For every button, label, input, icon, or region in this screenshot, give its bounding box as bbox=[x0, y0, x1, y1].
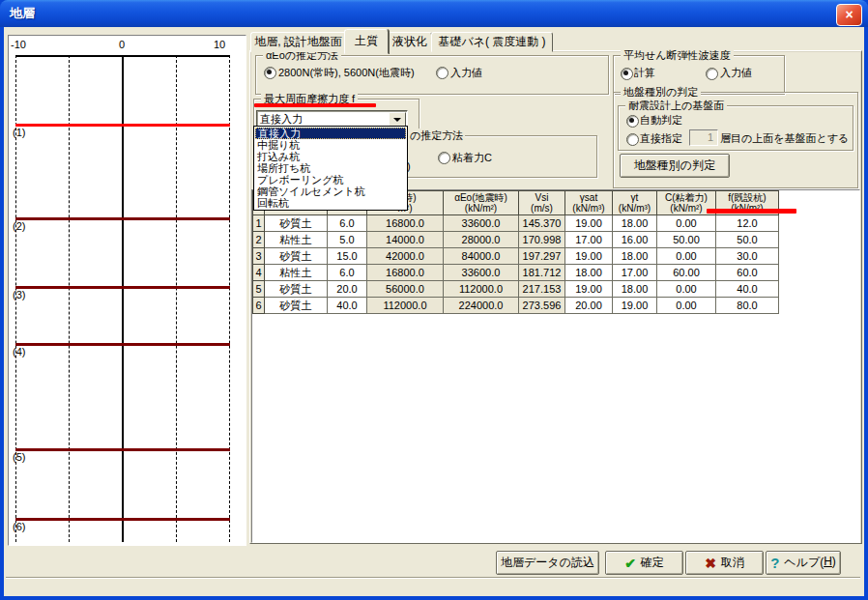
cohesion-radio-label[interactable]: 粘着力C bbox=[452, 151, 492, 165]
alpha-eo-radio-2800n-label[interactable]: 2800N(常時), 5600N(地震時) bbox=[278, 66, 415, 80]
direct-specify-radio[interactable] bbox=[626, 133, 639, 146]
table-cell[interactable]: 197.297 bbox=[519, 248, 565, 265]
close-button[interactable]: × bbox=[836, 4, 862, 26]
tab-liquefaction[interactable]: 液状化 bbox=[388, 32, 432, 52]
table-cell[interactable]: 18.00 bbox=[613, 281, 657, 298]
tab-foundation-spring[interactable]: 基礎バネ( 震度連動 ) bbox=[431, 32, 553, 52]
table-cell[interactable]: 14000.0 bbox=[367, 232, 444, 248]
table-cell[interactable]: 50.00 bbox=[657, 232, 716, 248]
alpha-eo-radio-input-label[interactable]: 入力値 bbox=[450, 66, 482, 80]
table-cell[interactable]: 20.00 bbox=[565, 298, 613, 314]
table-cell[interactable]: 50.0 bbox=[716, 232, 779, 248]
table-cell[interactable]: 30.0 bbox=[716, 248, 779, 265]
table-cell[interactable]: 20.0 bbox=[328, 281, 367, 298]
axis-tick-zero: 0 bbox=[119, 39, 125, 50]
table-cell[interactable]: 砂質土 bbox=[265, 248, 328, 265]
dropdown-option[interactable]: 場所打ち杭 bbox=[255, 162, 406, 174]
help-button[interactable]: ? ヘルプ(H) bbox=[766, 551, 841, 575]
table-cell[interactable]: 40.0 bbox=[328, 298, 367, 314]
auto-judge-radio-label[interactable]: 自動判定 bbox=[640, 113, 682, 128]
table-cell[interactable]: 12.0 bbox=[716, 215, 779, 232]
table-cell[interactable]: 0.00 bbox=[657, 298, 716, 314]
dropdown-option[interactable]: 直接入力 bbox=[255, 128, 406, 139]
auto-judge-radio[interactable] bbox=[626, 115, 639, 128]
alpha-eo-radio-2800n[interactable] bbox=[264, 67, 276, 79]
table-cell[interactable]: 112000.0 bbox=[367, 298, 444, 314]
shear-wave-radio-input-label[interactable]: 入力値 bbox=[720, 66, 752, 80]
table-cell[interactable]: 170.998 bbox=[519, 232, 565, 248]
table-cell[interactable]: 砂質土 bbox=[265, 298, 328, 314]
table-cell[interactable]: 60.00 bbox=[657, 265, 716, 281]
table-cell[interactable]: 6.0 bbox=[328, 265, 367, 281]
table-cell[interactable]: 19.00 bbox=[565, 215, 613, 232]
friction-dropdown-list[interactable]: 直接入力 中掘り杭 打込み杭 場所打ち杭 プレボーリング杭 鋼管ソイルセメント杭… bbox=[253, 126, 408, 211]
dropdown-option[interactable]: 回転杭 bbox=[255, 197, 406, 209]
table-cell[interactable]: 砂質土 bbox=[265, 281, 328, 298]
table-cell[interactable]: 0.00 bbox=[657, 248, 716, 265]
table-cell[interactable]: 33600.0 bbox=[444, 215, 519, 232]
ok-button[interactable]: ✔ 確定 bbox=[605, 551, 683, 575]
direct-specify-radio-label[interactable]: 直接指定 bbox=[640, 131, 682, 146]
table-cell[interactable]: 17.00 bbox=[565, 232, 613, 248]
layer-label-1: (1) bbox=[13, 127, 25, 138]
shear-wave-radio-input[interactable] bbox=[706, 68, 718, 80]
table-cell[interactable]: 112000.0 bbox=[444, 281, 519, 298]
table-cell[interactable]: 217.153 bbox=[519, 281, 565, 298]
ground-type-judge-button[interactable]: 地盤種別の判定 bbox=[620, 154, 730, 178]
table-cell[interactable]: 80.0 bbox=[716, 298, 779, 314]
table-cell[interactable]: 粘性土 bbox=[265, 232, 328, 248]
table-cell[interactable]: 15.0 bbox=[328, 248, 367, 265]
table-cell[interactable]: 6.0 bbox=[328, 215, 367, 232]
grid-line-plus5 bbox=[176, 55, 177, 542]
dropdown-option[interactable]: 中掘り杭 bbox=[255, 139, 406, 151]
table-cell[interactable]: 19.00 bbox=[613, 298, 657, 314]
row-number-cell: 2 bbox=[253, 232, 265, 248]
dropdown-option[interactable]: 鋼管ソイルセメント杭 bbox=[255, 186, 406, 197]
table-cell[interactable]: 18.00 bbox=[565, 265, 613, 281]
combo-dropdown-button[interactable] bbox=[389, 112, 406, 127]
shear-wave-radio-calc-label[interactable]: 計算 bbox=[634, 66, 655, 80]
table-cell[interactable]: 42000.0 bbox=[367, 248, 444, 265]
header-vsi: Vsi(m/s) bbox=[519, 191, 565, 215]
base-layer-input[interactable]: 1 bbox=[689, 129, 718, 146]
table-cell[interactable]: 砂質土 bbox=[265, 215, 328, 232]
table-cell[interactable]: 273.596 bbox=[519, 298, 565, 314]
table-cell[interactable]: 181.712 bbox=[519, 265, 565, 281]
shear-wave-radio-calc[interactable] bbox=[621, 68, 633, 80]
axis-tick-minus10: -10 bbox=[11, 39, 26, 50]
cancel-button[interactable]: ✖ 取消 bbox=[685, 551, 764, 575]
table-cell[interactable]: 40.0 bbox=[716, 281, 779, 298]
table-cell[interactable]: 84000.0 bbox=[444, 248, 519, 265]
table-cell[interactable]: 224000.0 bbox=[444, 298, 519, 314]
table-cell[interactable]: 16800.0 bbox=[367, 215, 444, 232]
layer-boundary-2 bbox=[15, 217, 230, 220]
tab-soil[interactable]: 土質 bbox=[344, 29, 389, 54]
table-cell[interactable]: 56000.0 bbox=[367, 281, 444, 298]
dropdown-option[interactable]: 打込み杭 bbox=[255, 151, 406, 162]
table-cell[interactable]: 0.00 bbox=[657, 215, 716, 232]
table-cell[interactable]: 60.0 bbox=[716, 265, 779, 281]
table-cell[interactable]: 5.0 bbox=[328, 232, 367, 248]
table-cell[interactable]: 16.00 bbox=[613, 232, 657, 248]
table-cell[interactable]: 18.00 bbox=[613, 248, 657, 265]
tab-strata-design-ground[interactable]: 地層, 設計地盤面 bbox=[250, 32, 346, 52]
table-cell[interactable]: 19.00 bbox=[565, 248, 613, 265]
dropdown-option[interactable]: プレボーリング杭 bbox=[255, 174, 406, 186]
table-cell[interactable]: 19.00 bbox=[565, 281, 613, 298]
table-cell[interactable]: 33600.0 bbox=[444, 265, 519, 281]
alpha-eo-radio-input[interactable] bbox=[436, 67, 448, 79]
table-cell[interactable]: 0.00 bbox=[657, 281, 716, 298]
table-cell[interactable]: 28000.0 bbox=[444, 232, 519, 248]
table-cell[interactable]: 18.00 bbox=[613, 215, 657, 232]
table-cell[interactable]: 17.00 bbox=[613, 265, 657, 281]
load-strata-data-button[interactable]: 地層データの読込 bbox=[496, 551, 599, 575]
friction-combobox[interactable]: 直接入力 bbox=[256, 110, 408, 127]
cross-icon: ✖ bbox=[705, 556, 716, 571]
table-cell[interactable]: 145.370 bbox=[519, 215, 565, 232]
table-cell[interactable]: 16800.0 bbox=[367, 265, 444, 281]
title-bar[interactable]: 地層 × bbox=[0, 0, 868, 27]
table-cell[interactable]: 粘性土 bbox=[265, 265, 328, 281]
cohesion-radio[interactable] bbox=[438, 152, 450, 164]
soil-table-container[interactable]: 常時)m²) αEo(地震時)(kN/m²) Vsi(m/s) γsat(kN/… bbox=[251, 189, 860, 543]
soil-profile-panel[interactable]: -10 0 10 (1) (2) (3) (4) (5) (6) bbox=[8, 35, 246, 546]
